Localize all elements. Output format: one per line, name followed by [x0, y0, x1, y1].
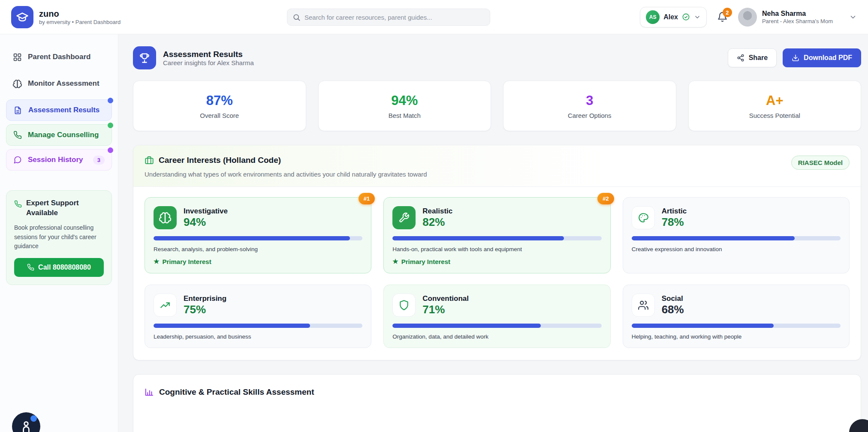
progress-track — [154, 236, 362, 240]
page-header: Assessment Results Career insights for A… — [133, 46, 861, 69]
trophy-tile — [133, 46, 156, 69]
section-title: Cognitive & Practical Skills Assessment — [159, 387, 314, 397]
top-bar: zuno by emversity • Parent Dashboard AS … — [0, 0, 868, 34]
sidebar-item-session-history[interactable]: Session History 3 — [6, 149, 112, 171]
progress-fill — [632, 324, 774, 328]
interest-card-realistic: #2 Realistic 82% Hands-on, practical wor… — [383, 197, 610, 273]
interest-card-investigative: #1 Investigative 94% Research, analysis,… — [145, 197, 371, 273]
status-dot — [30, 415, 37, 422]
brand: zuno by emversity • Parent Dashboard — [11, 6, 121, 28]
briefcase-icon — [145, 156, 154, 165]
page-title: Assessment Results — [163, 49, 254, 60]
rank-badge: #2 — [597, 193, 614, 204]
stat-card-overall-score: 87% Overall Score — [133, 81, 306, 131]
stats-row: 87% Overall Score 94% Best Match 3 Caree… — [133, 81, 861, 131]
chevron-down-icon — [694, 14, 701, 21]
expert-support-card: Expert Support Available Book profession… — [6, 190, 112, 285]
search-icon — [292, 13, 301, 21]
notifications-button[interactable]: 2 — [717, 12, 728, 22]
rank-badge: #1 — [359, 193, 375, 204]
sidebar-item-label: Monitor Assessment — [28, 79, 99, 88]
student-selector[interactable]: AS Alex — [640, 7, 707, 27]
sidebar-item-monitor-assessment[interactable]: Monitor Assessment — [6, 73, 112, 94]
notification-dot — [108, 123, 113, 128]
interest-grid: #1 Investigative 94% Research, analysis,… — [133, 187, 861, 360]
user-name: Neha Sharma — [762, 9, 833, 18]
notification-dot — [108, 98, 113, 103]
progress-track — [632, 236, 841, 240]
call-button[interactable]: Call 8080808080 — [14, 258, 104, 277]
progress-fill — [154, 236, 350, 240]
section-subtitle: Understanding what types of work environ… — [145, 171, 427, 178]
sidebar-item-assessment-results[interactable]: Assessment Results — [6, 99, 112, 121]
check-circle-icon — [682, 13, 690, 21]
progress-fill — [392, 324, 541, 328]
trophy-icon — [139, 52, 151, 64]
sidebar-item-label: Manage Counselling — [28, 131, 99, 139]
brand-text: zuno by emversity • Parent Dashboard — [39, 9, 121, 25]
page-subtitle: Career insights for Alex Sharma — [163, 59, 254, 66]
stat-label: Career Options — [568, 112, 612, 119]
call-button-label: Call 8080808080 — [38, 264, 91, 271]
interest-value: 78% — [662, 216, 687, 229]
bar-chart-icon — [145, 387, 154, 397]
share-button-label: Share — [749, 54, 768, 62]
interest-value: 71% — [422, 303, 469, 316]
grid-icon — [13, 53, 22, 62]
user-text: Neha Sharma Parent - Alex Sharma's Mom — [762, 9, 833, 24]
interest-value: 68% — [662, 303, 684, 316]
skills-assessment-section: Cognitive & Practical Skills Assessment — [133, 374, 861, 432]
zuno-logo — [11, 6, 33, 28]
page-header-left: Assessment Results Career insights for A… — [133, 46, 254, 69]
stat-value: A+ — [766, 93, 784, 108]
riasec-model-badge: RIASEC Model — [791, 156, 850, 170]
interest-description: Leadership, persuasion, and business — [154, 333, 362, 340]
support-title: Expert Support Available — [26, 198, 90, 218]
progress-track — [392, 236, 601, 240]
sidebar-item-label: Assessment Results — [28, 106, 99, 114]
document-icon — [13, 106, 22, 115]
global-search[interactable] — [287, 9, 490, 26]
interest-value: 75% — [184, 303, 226, 316]
trending-up-icon — [154, 294, 177, 317]
interest-description: Organization, data, and detailed work — [392, 333, 601, 340]
search-input[interactable] — [304, 14, 485, 21]
support-description: Book professional counselling sessions f… — [14, 223, 104, 251]
brain-icon — [154, 206, 177, 229]
person-icon — [19, 419, 33, 432]
interest-card-artistic: Artistic 78% Creative expression and inn… — [623, 197, 850, 273]
interest-name: Social — [662, 294, 684, 303]
interest-card-enterprising: Enterprising 75% Leadership, persuasion,… — [145, 285, 371, 348]
career-interests-header: Career Interests (Holland Code) Understa… — [133, 145, 861, 187]
brand-name: zuno — [39, 9, 121, 19]
star-icon: ★ — [392, 258, 398, 265]
sidebar-item-manage-counselling[interactable]: Manage Counselling — [6, 124, 112, 146]
interest-description: Helping, teaching, and working with peop… — [632, 333, 841, 340]
stat-card-career-options: 3 Career Options — [503, 81, 676, 131]
notification-count-badge: 2 — [723, 8, 732, 17]
phone-icon — [13, 131, 22, 139]
career-interests-section: Career Interests (Holland Code) Understa… — [133, 145, 861, 360]
download-pdf-button[interactable]: Download PDF — [783, 48, 861, 67]
user-avatar — [738, 8, 757, 27]
page-titles: Assessment Results Career insights for A… — [163, 49, 254, 67]
phone-icon — [14, 200, 22, 208]
section-title: Career Interests (Holland Code) — [159, 156, 281, 165]
palette-icon — [632, 206, 655, 229]
user-menu[interactable]: Neha Sharma Parent - Alex Sharma's Mom — [738, 8, 857, 27]
progress-track — [154, 324, 362, 328]
people-icon — [632, 294, 655, 317]
stat-value: 87% — [206, 93, 233, 108]
chevron-down-icon — [849, 13, 857, 21]
progress-track — [392, 324, 601, 328]
stat-label: Best Match — [389, 112, 421, 119]
interest-value: 82% — [422, 216, 452, 229]
sidebar-item-parent-dashboard[interactable]: Parent Dashboard — [6, 46, 112, 68]
interest-name: Realistic — [422, 207, 452, 216]
progress-track — [632, 324, 841, 328]
stat-card-best-match: 94% Best Match — [318, 81, 491, 131]
interest-description: Research, analysis, and problem-solving — [154, 246, 362, 252]
share-button[interactable]: Share — [728, 48, 777, 67]
stat-card-success-potential: A+ Success Potential — [688, 81, 862, 131]
brand-subtitle: by emversity • Parent Dashboard — [39, 19, 121, 25]
